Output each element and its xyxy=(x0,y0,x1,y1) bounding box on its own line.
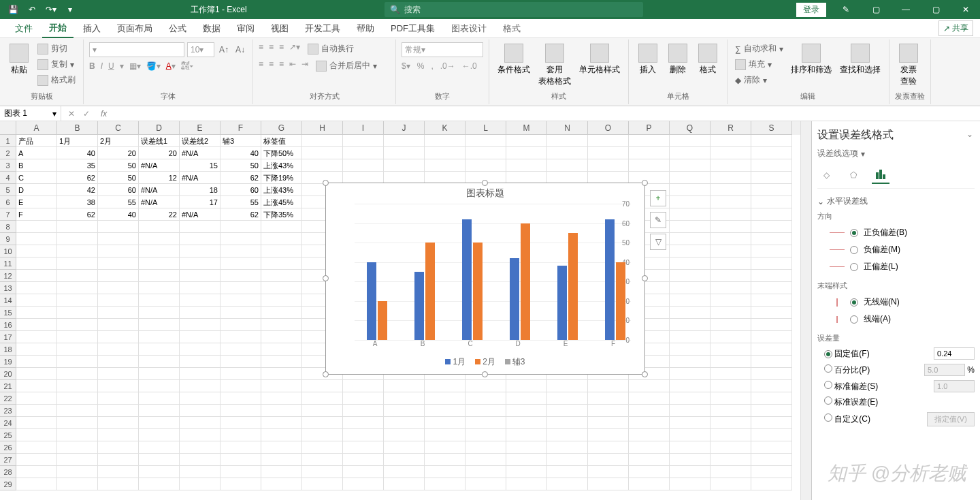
fx-icon[interactable]: fx xyxy=(98,109,110,119)
row-header[interactable]: 10 xyxy=(0,245,16,257)
col-header[interactable]: B xyxy=(57,121,98,135)
login-button[interactable]: 登录 xyxy=(796,3,826,17)
row-header[interactable]: 28 xyxy=(0,466,16,478)
cell[interactable] xyxy=(710,417,751,429)
cell[interactable] xyxy=(261,282,302,294)
cell[interactable] xyxy=(57,356,98,368)
cell[interactable] xyxy=(343,429,384,441)
cell[interactable] xyxy=(710,270,751,282)
radio-end-cap[interactable] xyxy=(850,315,858,324)
cell[interactable] xyxy=(506,478,547,490)
cell[interactable] xyxy=(466,429,506,441)
cell[interactable] xyxy=(57,270,98,282)
pane-subtitle[interactable]: 误差线选项 ▾ xyxy=(817,148,975,159)
cell[interactable] xyxy=(466,466,506,478)
cell[interactable] xyxy=(547,441,588,454)
cell[interactable] xyxy=(466,441,506,454)
cell[interactable] xyxy=(425,405,466,417)
cell[interactable]: B xyxy=(16,159,57,172)
cell[interactable] xyxy=(670,380,710,392)
cell[interactable] xyxy=(261,319,302,331)
row-header[interactable]: 3 xyxy=(0,159,16,172)
cell[interactable] xyxy=(302,405,343,417)
cell[interactable] xyxy=(384,441,425,454)
border-button[interactable]: ▦▾ xyxy=(129,61,141,71)
cell[interactable] xyxy=(57,441,98,454)
cell[interactable] xyxy=(98,478,139,490)
underline-button[interactable]: U xyxy=(108,61,114,71)
align-left-icon[interactable]: ≡ xyxy=(259,59,263,72)
chart-plot-area[interactable]: 010203040506070 xyxy=(340,204,631,340)
cell[interactable] xyxy=(670,319,710,331)
cell[interactable] xyxy=(670,270,710,282)
cell[interactable] xyxy=(57,405,98,417)
cell[interactable] xyxy=(16,405,57,417)
cell[interactable] xyxy=(180,233,220,245)
cell[interactable] xyxy=(670,356,710,368)
cell[interactable] xyxy=(139,319,180,331)
cell[interactable] xyxy=(466,417,506,429)
cell[interactable] xyxy=(751,159,792,172)
cell[interactable] xyxy=(16,282,57,294)
cell[interactable] xyxy=(139,331,180,343)
cell[interactable] xyxy=(302,159,343,172)
cell[interactable] xyxy=(180,245,220,257)
cell[interactable] xyxy=(629,466,670,478)
cell[interactable] xyxy=(710,307,751,319)
cell[interactable] xyxy=(710,441,751,454)
cell[interactable]: 50 xyxy=(98,159,139,172)
cell[interactable]: 62 xyxy=(57,208,98,221)
cell[interactable]: 误差线2 xyxy=(180,135,220,147)
conditional-format-button[interactable]: 条件格式 xyxy=(495,42,533,77)
cell[interactable] xyxy=(261,454,302,466)
cell[interactable] xyxy=(180,417,220,429)
percent-value-input[interactable] xyxy=(924,364,965,376)
cell[interactable] xyxy=(139,270,180,282)
radio-dir-plus[interactable] xyxy=(850,263,858,271)
cell[interactable] xyxy=(180,343,220,356)
cell[interactable] xyxy=(98,466,139,478)
cell[interactable] xyxy=(506,454,547,466)
row-header[interactable]: 12 xyxy=(0,270,16,282)
cell[interactable] xyxy=(261,368,302,380)
cell[interactable]: #N/A xyxy=(139,196,180,208)
cell[interactable] xyxy=(506,441,547,454)
row-header[interactable]: 11 xyxy=(0,257,16,270)
cell[interactable] xyxy=(343,417,384,429)
cell[interactable] xyxy=(710,319,751,331)
cell[interactable] xyxy=(16,454,57,466)
cell[interactable] xyxy=(751,380,792,392)
cell[interactable] xyxy=(57,343,98,356)
cell[interactable] xyxy=(261,294,302,307)
select-all-corner[interactable] xyxy=(0,121,16,135)
row-header[interactable]: 14 xyxy=(0,294,16,307)
tab-insert[interactable]: 插入 xyxy=(76,20,108,37)
maximize-icon[interactable]: ▢ xyxy=(921,0,950,19)
tab-help[interactable]: 帮助 xyxy=(350,20,381,37)
cell[interactable]: 上涨43% xyxy=(261,184,302,196)
cell[interactable] xyxy=(710,331,751,343)
cell[interactable] xyxy=(98,343,139,356)
cell[interactable] xyxy=(343,135,384,147)
cell[interactable] xyxy=(16,466,57,478)
pane-tab-fill-icon[interactable]: ◇ xyxy=(817,166,835,184)
col-header[interactable]: H xyxy=(302,121,343,135)
cell[interactable] xyxy=(180,380,220,392)
cell[interactable] xyxy=(139,257,180,270)
cell[interactable] xyxy=(261,257,302,270)
row-header[interactable]: 25 xyxy=(0,429,16,441)
cell[interactable] xyxy=(343,380,384,392)
cell[interactable] xyxy=(670,466,710,478)
cell[interactable] xyxy=(261,343,302,356)
tab-pdf[interactable]: PDF工具集 xyxy=(384,20,442,37)
cell[interactable]: 上涨43% xyxy=(261,159,302,172)
cell[interactable] xyxy=(98,233,139,245)
cell[interactable] xyxy=(220,233,261,245)
cell[interactable] xyxy=(710,294,751,307)
cell[interactable] xyxy=(547,478,588,490)
currency-icon[interactable]: $▾ xyxy=(402,61,410,71)
cell[interactable] xyxy=(57,307,98,319)
cell[interactable] xyxy=(220,307,261,319)
col-header[interactable]: S xyxy=(751,121,792,135)
font-name-combo[interactable]: ▾ xyxy=(89,42,184,57)
